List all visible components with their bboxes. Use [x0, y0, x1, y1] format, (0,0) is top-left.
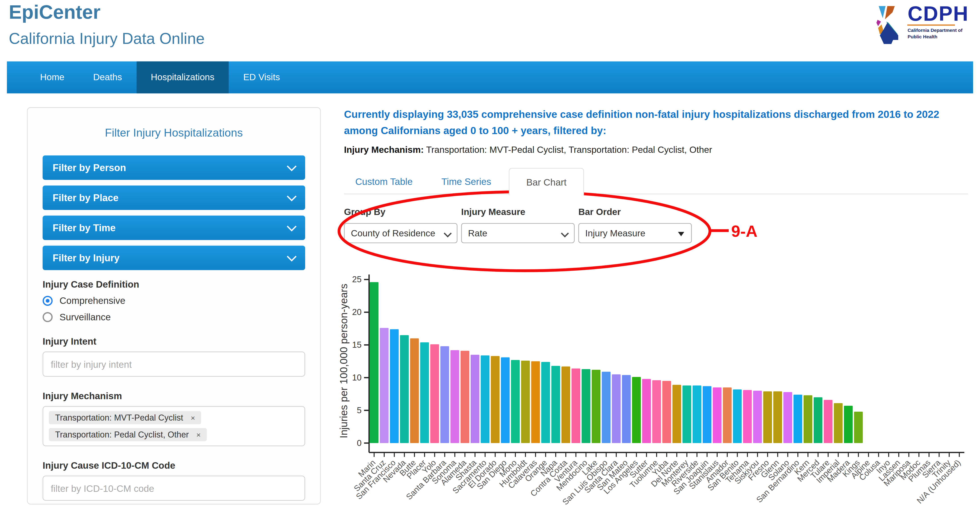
x-tick-label: Stanislaus	[687, 458, 720, 491]
california-state-icon	[872, 4, 905, 48]
bar-santa-clara	[612, 374, 620, 443]
bar-del-norte	[672, 385, 681, 443]
bar-sacramento	[480, 355, 489, 443]
bar-sonoma	[450, 350, 459, 443]
y-tick-label: 10	[352, 373, 361, 382]
bar-madera	[844, 406, 853, 443]
page: EpiCenter California Injury Data Online …	[0, 0, 980, 509]
x-tick-label: Del Norte	[649, 458, 680, 489]
bar-chart: Injuries per 100,000 person-years0510152…	[338, 270, 972, 509]
x-tick-label: Mendocino	[555, 458, 589, 493]
bar-order-select[interactable]: Injury Measure	[578, 223, 692, 243]
x-tick-label: Contra Costa	[528, 458, 569, 498]
group-by-select[interactable]: County of Residence	[344, 223, 458, 243]
cdph-logo: CDPH California Department of Public Hea…	[872, 4, 969, 48]
nav-item-deaths[interactable]: Deaths	[79, 62, 137, 93]
bar-shasta	[471, 355, 479, 443]
filter-accordions: Filter by Person Filter by Place Filter …	[43, 156, 305, 270]
x-tick-label: Santa Clara	[582, 458, 619, 495]
nav-item-home[interactable]: Home	[25, 62, 79, 93]
bar-santa-barbara	[440, 346, 449, 443]
accordion-filter-by-place[interactable]: Filter by Place	[43, 186, 305, 210]
y-tick-label: 5	[357, 406, 361, 415]
x-tick-label: Sierra	[921, 458, 942, 480]
injury-measure-value: Rate	[468, 228, 487, 238]
x-tick-label: Tulare	[809, 458, 831, 480]
accordion-filter-by-time[interactable]: Filter by Time	[43, 216, 305, 240]
x-tick-label: Riverside	[670, 458, 700, 488]
x-tick-label: Lassen	[877, 458, 902, 483]
x-tick-label: Yuba	[651, 458, 670, 477]
radio-row-comprehensive[interactable]: Comprehensive	[43, 295, 305, 306]
bar-merced	[814, 397, 822, 443]
x-tick-label: Kern	[792, 458, 811, 477]
radio-row-surveillance[interactable]: Surveillance	[43, 312, 305, 322]
tab-time-series[interactable]: Time Series	[430, 176, 503, 187]
injury-mechanism-multiselect[interactable]: Transportation: MVT-Pedal Cyclist × Tran…	[43, 406, 305, 446]
tab-bar-chart[interactable]: Bar Chart	[509, 168, 584, 196]
results-summary: Currently displaying 33,035 comprehensiv…	[344, 107, 972, 138]
injury-intent-label: Injury Intent	[43, 336, 305, 347]
bar-tuolumne	[652, 380, 661, 443]
accordion-filter-by-person[interactable]: Filter by Person	[43, 156, 305, 180]
radio-label: Surveillance	[59, 312, 111, 322]
remove-tag-icon[interactable]: ×	[196, 431, 201, 438]
bar-humboldt	[521, 361, 530, 443]
x-tick-label: San Luis Obispo	[561, 458, 609, 507]
bar-monterey	[682, 386, 691, 443]
x-tick-label: Santa Cruz	[352, 458, 387, 493]
bar-sutter	[642, 379, 651, 443]
y-tick-label: 15	[352, 340, 361, 350]
x-tick-label: Glenn	[759, 458, 781, 480]
injury-measure-select[interactable]: Rate	[461, 223, 574, 243]
x-tick-label: Los Angeles	[602, 458, 640, 496]
group-by-control: Group By County of Residence	[344, 207, 458, 243]
accordion-label: Filter by Injury	[52, 252, 119, 264]
logo-divider	[908, 25, 955, 26]
bar-fresno	[763, 391, 772, 443]
radio-unselected-icon[interactable]	[43, 312, 52, 322]
bar-san-francisco	[390, 329, 399, 443]
bar-butte	[410, 338, 419, 443]
bar-orange	[541, 362, 550, 443]
tab-custom-table[interactable]: Custom Table	[344, 176, 424, 187]
triangle-down-icon	[678, 232, 684, 236]
nav-item-ed-visits[interactable]: ED Visits	[229, 62, 294, 93]
x-tick-label: Sutter	[628, 458, 650, 480]
radio-label: Comprehensive	[59, 295, 126, 306]
radio-selected-icon[interactable]	[43, 295, 52, 305]
x-tick-label: San Bernardino	[755, 458, 801, 504]
x-tick-label: San Mateo	[595, 458, 629, 492]
bar-ventura	[571, 369, 580, 443]
remove-tag-icon[interactable]: ×	[191, 414, 195, 422]
bar-san-bernardino	[794, 395, 802, 443]
bar-order-value: Injury Measure	[585, 228, 646, 238]
cdph-logo-text: CDPH California Department of Public Hea…	[908, 4, 969, 40]
cdph-acronym: CDPH	[908, 4, 969, 23]
x-tick-label: N/A (Unhoused)	[915, 458, 963, 506]
bar-order-label: Bar Order	[578, 207, 692, 217]
x-tick-label: Placer	[405, 458, 428, 481]
bar-solano	[783, 392, 792, 443]
nav-item-hospitalizations[interactable]: Hospitalizations	[136, 62, 229, 93]
bar-san-benito	[733, 390, 742, 443]
chevron-down-icon	[287, 192, 297, 201]
injury-intent-input[interactable]	[43, 352, 305, 377]
bar-riverside	[693, 386, 702, 443]
accordion-label: Filter by Time	[52, 222, 116, 234]
bar-el-dorado	[491, 356, 500, 443]
accordion-filter-by-injury[interactable]: Filter by Injury	[43, 246, 305, 270]
bar-mono	[511, 360, 520, 443]
x-tick-label: El Dorado	[466, 458, 498, 490]
bar-imperial	[834, 403, 843, 443]
bar-tulare	[824, 400, 832, 443]
icd-code-input[interactable]	[43, 476, 305, 501]
x-tick-label: Yolo	[420, 458, 438, 476]
logo-org-line2: Public Health	[908, 33, 969, 40]
x-tick-label: Imperial	[815, 458, 842, 485]
bar-kings	[854, 412, 862, 443]
x-tick-label: Tuolumne	[628, 458, 660, 490]
y-axis-title: Injuries per 100,000 person-years	[338, 283, 349, 438]
x-tick-label: Madera	[826, 458, 851, 484]
x-tick-label: Sonoma	[430, 458, 458, 486]
